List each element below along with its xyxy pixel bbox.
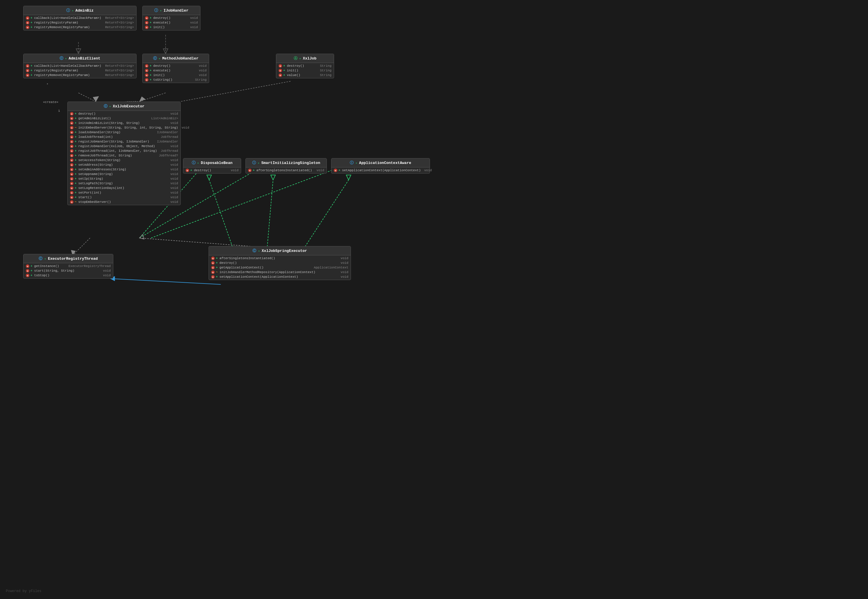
method-icon: m — [26, 264, 29, 268]
class-body-xxljobspringexecutor: m + afterSingletonsInstantiated() void m… — [209, 255, 351, 280]
annotation-badge-xxljob: ✦ — [299, 57, 301, 60]
class-header-ijobhandler: Ⓘ ✦ IJobHandler — [143, 6, 200, 15]
svg-line-25 — [110, 278, 221, 284]
class-disposablebean: Ⓘ ✦ DisposableBean m + destroy() void — [183, 158, 241, 173]
watermark: Powered by yFiles — [6, 589, 41, 593]
method-row: m + destroy() void — [209, 260, 351, 265]
diagram-container: «create» «create» 1 1◆ 1◆ * Ⓘ ✦ AdminBiz… — [0, 0, 868, 599]
annotation-badge-xxljobspringexecutor: ✦ — [258, 249, 260, 253]
method-icon: m — [145, 16, 148, 20]
class-icon-ert: Ⓒ — [39, 256, 42, 261]
method-icon: m — [70, 117, 74, 120]
method-icon: m — [70, 172, 74, 176]
svg-line-4 — [78, 93, 96, 102]
class-header-xxljobexecutor: Ⓒ ✦ XxlJobExecutor — [68, 102, 180, 111]
method-row: m + afterSingletonsInstantiated() void — [246, 168, 326, 173]
class-header-aca: Ⓘ ✦ ApplicationContextAware — [331, 158, 430, 167]
method-row: m + registry(RegistryParam) ReturnT<Stri… — [24, 68, 136, 73]
class-name-adminbiz: AdminBiz — [75, 8, 94, 13]
method-icon: m — [211, 261, 215, 265]
method-icon: m — [279, 69, 282, 72]
method-row: m + getAdminBizList() List<AdminBiz> — [68, 116, 180, 121]
method-row: m + setPort(int) void — [68, 190, 180, 195]
class-executorregistrythread: Ⓒ ✦ ExecutorRegistryThread m + getInstan… — [23, 254, 113, 278]
annotation-badge-ijobhandler: ✦ — [160, 9, 162, 12]
method-row: m + registryRemove(RegistryParam) Return… — [24, 73, 136, 77]
svg-marker-5 — [93, 96, 99, 102]
svg-marker-3 — [163, 49, 168, 54]
interface-icon-ijobhandler: Ⓘ — [154, 8, 158, 13]
method-row: m + destroy() void — [143, 16, 200, 20]
method-row: m + execute() void — [143, 68, 209, 73]
method-row: m + init() void — [143, 25, 200, 30]
method-icon: m — [70, 182, 74, 185]
method-icon: m — [70, 163, 74, 167]
method-icon: m — [145, 21, 148, 24]
method-icon: m — [211, 271, 215, 274]
method-row: m + setAppname(String) void — [68, 172, 180, 176]
class-body-xxljobexecutor: m + destroy() void m + getAdminBizList()… — [68, 111, 180, 205]
class-header-methodjobhandler: Ⓒ ✦ MethodJobHandler — [143, 54, 209, 63]
svg-text:*: * — [47, 83, 48, 86]
method-icon: m — [70, 200, 74, 204]
class-body-adminbiz: m + callback(List<HandleCallbackParam>) … — [24, 15, 136, 30]
annotation-badge-xxljobexecutor: ✦ — [109, 104, 111, 108]
method-icon: m — [26, 69, 29, 72]
class-smartinitializingsingleton: Ⓘ ✦ SmartInitializingSingleton m + after… — [246, 158, 327, 173]
class-body-disposablebean: m + destroy() void — [183, 167, 241, 173]
method-row: m + start(String, String) void — [24, 268, 113, 273]
method-icon: m — [26, 274, 29, 277]
method-row: m + init() String — [276, 68, 334, 73]
method-row: m ~ initJobHandlerMethodRepository(Appli… — [209, 270, 351, 275]
method-row: m ~ initEmbedServer(String, String, int,… — [68, 125, 180, 130]
class-body-aca: m + setApplicationContext(ApplicationCon… — [331, 167, 430, 173]
method-row: m + destroy() String — [276, 63, 334, 68]
method-row: m + registJobHandler(String, IJobHandler… — [68, 139, 180, 144]
class-header-ert: Ⓒ ✦ ExecutorRegistryThread — [24, 254, 113, 263]
class-name-xxljobspringexecutor: XxlJobSpringExecutor — [262, 249, 307, 253]
method-icon: m — [145, 78, 148, 81]
svg-line-8 — [180, 81, 290, 102]
annotation-badge-sis: ✦ — [258, 161, 260, 165]
annotation-badge-methodjobhandler: ✦ — [159, 57, 161, 60]
method-row: m + toStop() void — [24, 273, 113, 278]
method-row: m + registJobThread(int, IJobHandler, St… — [68, 149, 180, 153]
method-icon: m — [26, 74, 29, 77]
method-row: m + setIp(String) void — [68, 176, 180, 181]
method-icon: m — [70, 126, 74, 129]
class-name-sis: SmartInitializingSingleton — [261, 161, 320, 165]
method-icon: m — [26, 21, 29, 24]
method-icon: m — [145, 26, 148, 29]
method-row: m + initAdminBizList(String, String) voi… — [68, 121, 180, 125]
class-body-adminbizclient: m + callback(List<HandleCallbackParam>) … — [24, 63, 136, 78]
method-row: m + registryRemove(RegistryParam) Return… — [24, 25, 136, 30]
class-header-xxljob: Ⓐ ✦ XxlJob — [276, 54, 334, 63]
class-icon-adminbizclient: Ⓒ — [60, 56, 63, 61]
class-header-adminbiz: Ⓘ ✦ AdminBiz — [24, 6, 136, 15]
svg-text:1: 1 — [58, 109, 60, 113]
annotation-icon-xxljob: Ⓐ — [294, 56, 297, 61]
method-icon: m — [145, 74, 148, 77]
method-row: m + registJobHandler(XxlJob, Object, Met… — [68, 144, 180, 149]
method-row: m + removeJobThread(int, String) JobThre… — [68, 153, 180, 158]
interface-icon-adminbiz: Ⓘ — [66, 8, 70, 13]
method-icon: m — [248, 169, 252, 172]
class-name-adminbizclient: AdminBizClient — [69, 56, 100, 61]
method-icon: m — [70, 154, 74, 157]
class-adminbizclient: Ⓒ ✦ AdminBizClient m + callback(List<Han… — [23, 54, 137, 78]
class-body-xxljob: m + destroy() String m + init() String m… — [276, 63, 334, 78]
class-icon-xxljobexecutor: Ⓒ — [104, 104, 107, 109]
method-row: m + getInstance() ExecutorRegistryThread — [24, 264, 113, 268]
annotation-badge-disposablebean: ✦ — [197, 161, 199, 165]
method-icon: m — [70, 149, 74, 153]
svg-marker-20 — [207, 175, 211, 180]
class-header-adminbizclient: Ⓒ ✦ AdminBizClient — [24, 54, 136, 63]
method-row: m + afterSingletonsInstantiated() void — [209, 256, 351, 260]
method-row: m + callback(List<HandleCallbackParam>) … — [24, 63, 136, 68]
interface-icon-disposablebean: Ⓘ — [192, 160, 196, 166]
annotation-badge-ert: ✦ — [44, 257, 46, 260]
class-name-aca: ApplicationContextAware — [359, 161, 411, 165]
svg-marker-18 — [139, 235, 144, 239]
method-row: m + loadJobThread(int) JobThread — [68, 135, 180, 139]
svg-line-6 — [139, 93, 166, 102]
